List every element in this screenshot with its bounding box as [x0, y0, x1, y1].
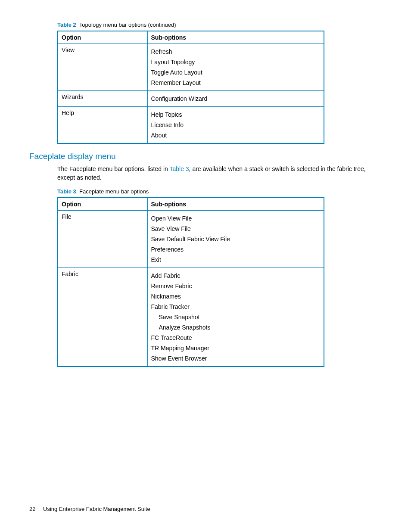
footer-title: Using Enterprise Fabric Management Suite [43, 506, 150, 512]
sub-cell: Add Fabric Remove Fabric Nicknames Fabri… [147, 268, 324, 367]
option-cell: Fabric [58, 268, 147, 367]
sub-option: License Info [151, 120, 321, 130]
sub-option: Refresh [151, 47, 321, 57]
sub-option: TR Mapping Manager [151, 343, 321, 353]
page-number: 22 [29, 506, 35, 512]
table-row: Help Help Topics License Info About [58, 107, 324, 144]
option-cell: Wizards [58, 91, 147, 107]
page-footer: 22 Using Enterprise Fabric Management Su… [29, 506, 150, 512]
table-3-header-option: Option [58, 198, 147, 211]
sub-option: Fabric Tracker [151, 302, 321, 312]
table-2-header-sub: Sub-options [147, 31, 324, 44]
sub-option: Configuration Wizard [151, 93, 321, 104]
option-cell: View [58, 44, 147, 91]
option-cell: File [58, 210, 147, 268]
table-3-title: Faceplate menu bar options [79, 188, 149, 195]
sub-cell: Open View File Save View File Save Defau… [147, 210, 324, 268]
section-heading-faceplate: Faceplate display menu [29, 152, 382, 161]
table-row: Wizards Configuration Wizard [58, 91, 324, 107]
sub-option: About [151, 130, 321, 140]
table-3-label: Table 3 [57, 188, 76, 195]
sub-option: Remember Layout [151, 78, 321, 88]
sub-option: Open View File [151, 213, 321, 224]
sub-option: Remove Fabric [151, 281, 321, 291]
table-3-header-sub: Sub-options [147, 198, 324, 211]
sub-option-indented: Save Snapshot [151, 312, 321, 322]
table-row: Fabric Add Fabric Remove Fabric Nickname… [58, 268, 324, 367]
sub-option: Show Event Browser [151, 353, 321, 364]
table-3-caption: Table 3 Faceplate menu bar options [57, 188, 382, 195]
table-2-title: Topology menu bar options (continued) [79, 22, 176, 28]
table-2-header-option: Option [58, 31, 147, 44]
sub-option: Save Default Fabric View File [151, 234, 321, 244]
sub-option: Add Fabric [151, 271, 321, 281]
sub-option: Layout Topology [151, 57, 321, 67]
sub-option: FC TraceRoute [151, 333, 321, 343]
sub-option-indented: Analyze Snapshots [151, 322, 321, 333]
sub-option: Nicknames [151, 291, 321, 302]
sub-option: Toggle Auto Layout [151, 67, 321, 78]
table-row: File Open View File Save View File Save … [58, 210, 324, 268]
sub-cell: Refresh Layout Topology Toggle Auto Layo… [147, 44, 324, 91]
sub-cell: Configuration Wizard [147, 91, 324, 107]
sub-option: Preferences [151, 244, 321, 255]
table-3: Option Sub-options File Open View File S… [57, 197, 324, 367]
table-2: Option Sub-options View Refresh Layout T… [57, 31, 324, 144]
option-cell: Help [58, 107, 147, 144]
table-3-link[interactable]: Table 3 [169, 165, 189, 172]
table-row: View Refresh Layout Topology Toggle Auto… [58, 44, 324, 91]
table-2-label: Table 2 [57, 22, 76, 28]
sub-option: Exit [151, 255, 321, 265]
section-body: The Faceplate menu bar options, listed i… [57, 165, 382, 182]
table-2-caption: Table 2 Topology menu bar options (conti… [57, 22, 382, 28]
sub-cell: Help Topics License Info About [147, 107, 324, 144]
sub-option: Save View File [151, 224, 321, 234]
sub-option: Help Topics [151, 109, 321, 120]
